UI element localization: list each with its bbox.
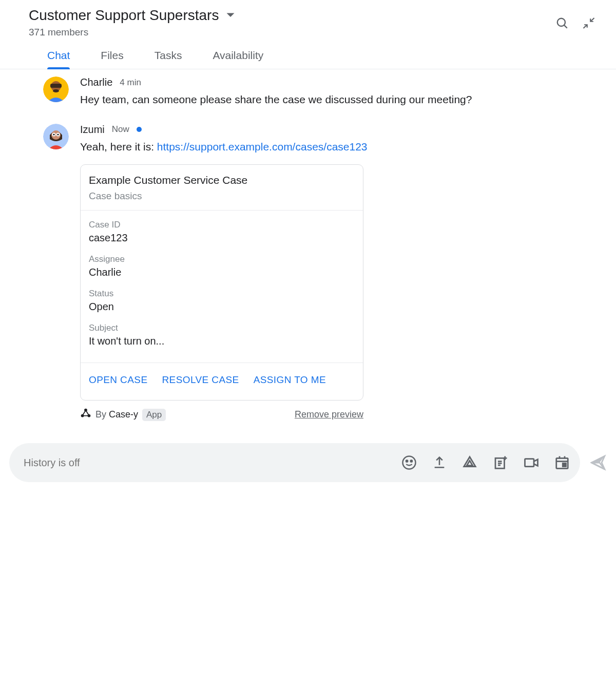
webhook-icon	[80, 408, 91, 422]
svg-point-5	[53, 89, 59, 92]
field-value: Charlie	[89, 266, 355, 278]
message-text: Yeah, here it is: https://support.exampl…	[80, 139, 587, 156]
avatar[interactable]	[43, 77, 69, 102]
message-time: Now	[112, 124, 129, 135]
card-field: Case ID case123	[89, 220, 355, 244]
message-text-prefix: Yeah, here it is:	[80, 141, 157, 153]
svg-point-10	[53, 134, 55, 135]
preview-card: Example Customer Service Case Case basic…	[80, 164, 363, 401]
svg-rect-4	[50, 84, 62, 88]
video-icon[interactable]	[524, 455, 539, 470]
field-value: case123	[89, 232, 355, 244]
card-field: Subject It won't turn on...	[89, 323, 355, 347]
field-label: Assignee	[89, 254, 355, 264]
tab-files[interactable]: Files	[101, 49, 123, 69]
message-author: Charlie	[80, 77, 112, 88]
card-field: Status Open	[89, 289, 355, 313]
chevron-down-icon[interactable]	[226, 12, 235, 18]
message: Charlie 4 min Hey team, can someone plea…	[43, 77, 587, 108]
open-case-button[interactable]: OPEN CASE	[89, 374, 147, 386]
svg-point-0	[557, 18, 565, 26]
tab-chat[interactable]: Chat	[47, 49, 70, 69]
svg-point-17	[411, 460, 412, 462]
svg-point-14	[88, 415, 90, 417]
tab-availability[interactable]: Availability	[213, 49, 263, 69]
tabs: Chat Files Tasks Availability	[0, 38, 616, 69]
tab-tasks[interactable]: Tasks	[155, 49, 182, 69]
svg-point-16	[406, 460, 408, 462]
preview-footer: By Case-y App Remove preview	[80, 408, 363, 422]
create-doc-icon[interactable]	[493, 455, 508, 470]
field-label: Case ID	[89, 220, 355, 230]
preview-by-text: By Case-y	[95, 409, 138, 420]
composer-area	[0, 437, 616, 498]
message-author: Izumi	[80, 124, 105, 136]
svg-point-12	[85, 409, 87, 411]
message: Izumi Now Yeah, here it is: https://supp…	[43, 124, 587, 422]
send-button[interactable]	[589, 454, 607, 471]
card-subtitle: Case basics	[89, 190, 355, 202]
header: Customer Support Superstars 371 members	[0, 0, 616, 38]
app-badge: App	[142, 409, 166, 421]
avatar[interactable]	[43, 124, 69, 149]
card-field: Assignee Charlie	[89, 254, 355, 278]
message-text: Hey team, can someone please share the c…	[80, 91, 587, 108]
search-icon[interactable]	[555, 16, 569, 30]
message-time: 4 min	[120, 78, 141, 88]
svg-rect-24	[525, 459, 534, 467]
field-value: Open	[89, 301, 355, 313]
collapse-icon[interactable]	[582, 16, 595, 30]
svg-point-11	[57, 134, 59, 135]
member-count: 371 members	[29, 27, 235, 38]
message-list: Charlie 4 min Hey team, can someone plea…	[0, 69, 616, 422]
remove-preview-link[interactable]: Remove preview	[295, 409, 363, 420]
upload-icon[interactable]	[432, 455, 447, 470]
svg-rect-29	[563, 463, 566, 466]
field-label: Subject	[89, 323, 355, 333]
drive-icon[interactable]	[462, 455, 477, 470]
message-input[interactable]	[24, 457, 396, 469]
svg-point-13	[82, 415, 84, 417]
svg-line-1	[564, 25, 567, 28]
emoji-icon[interactable]	[401, 455, 417, 470]
field-value: It won't turn on...	[89, 335, 355, 347]
status-dot-icon	[137, 127, 142, 132]
space-title: Customer Support Superstars	[29, 7, 219, 24]
field-label: Status	[89, 289, 355, 299]
svg-point-15	[403, 456, 416, 469]
assign-to-me-button[interactable]: ASSIGN TO ME	[254, 374, 326, 386]
card-title: Example Customer Service Case	[89, 174, 355, 186]
composer	[9, 443, 580, 482]
calendar-icon[interactable]	[554, 455, 570, 470]
resolve-case-button[interactable]: RESOLVE CASE	[162, 374, 239, 386]
message-link[interactable]: https://support.example.com/cases/case12…	[157, 141, 368, 153]
